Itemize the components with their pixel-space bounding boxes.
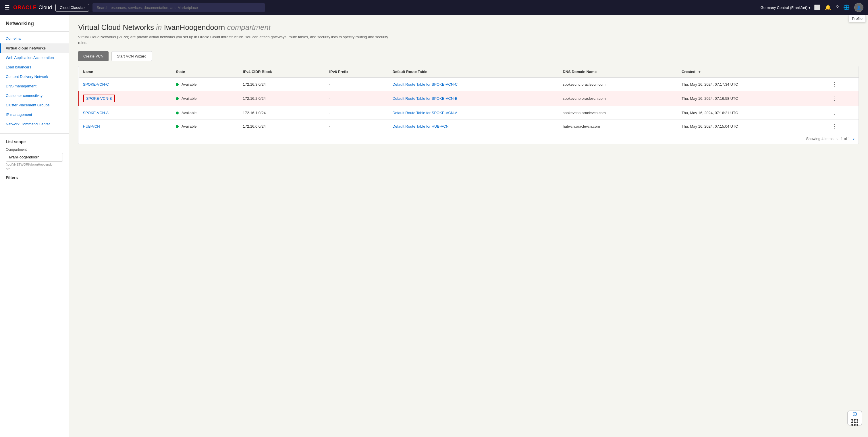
- vcn-name-link[interactable]: SPOKE-VCN-A: [83, 111, 109, 115]
- sidebar-item-dns-management[interactable]: DNS management: [0, 81, 69, 91]
- vcn-created-cell: Thu, May 16, 2024, 07:16:21 UTC: [678, 106, 828, 120]
- table-row: SPOKE-VCN-A Available 172.16.1.0/24 - De…: [79, 106, 859, 120]
- vcn-name-cell: HUB-VCN: [79, 120, 172, 133]
- col-actions: [828, 66, 859, 78]
- row-actions-menu[interactable]: ⋮: [832, 123, 837, 129]
- sidebar-item-web-application-acceleration[interactable]: Web Application Acceleration: [0, 53, 69, 62]
- page-title-compartment-name: IwanHoogendoorn: [164, 23, 225, 32]
- vcn-name-cell: SPOKE-VCN-C: [79, 78, 172, 91]
- help-icon[interactable]: ?: [836, 5, 839, 11]
- vcn-table-container: Name State IPv4 CIDR Block IPv6 Prefix D…: [78, 66, 859, 144]
- bell-icon[interactable]: 🔔: [825, 4, 831, 11]
- col-route-table: Default Route Table: [388, 66, 559, 78]
- sidebar-item-customer-connectivity[interactable]: Customer connectivity: [0, 91, 69, 100]
- vcn-route-table-cell: Default Route Table for SPOKE-VCN-B: [388, 91, 559, 106]
- vcn-ipv4-cell: 172.16.2.0/24: [239, 91, 326, 106]
- avatar[interactable]: 👤: [854, 3, 863, 12]
- status-text: Available: [182, 82, 197, 87]
- vcn-state-cell: Available: [172, 78, 239, 91]
- row-actions-menu[interactable]: ⋮: [832, 81, 837, 87]
- sidebar-item-cluster-placement-groups[interactable]: Cluster Placement Groups: [0, 100, 69, 110]
- sidebar-item-load-balancers[interactable]: Load balancers: [0, 62, 69, 72]
- region-label: Germany Central (Frankfurt): [761, 5, 807, 10]
- region-selector[interactable]: Germany Central (Frankfurt) ▾: [761, 5, 811, 10]
- layout: Networking Overview Virtual cloud networ…: [0, 15, 868, 437]
- sidebar-item-overview[interactable]: Overview: [0, 34, 69, 43]
- prev-page-button[interactable]: ‹: [836, 136, 838, 141]
- sidebar-item-content-delivery-network[interactable]: Content Delivery Network: [0, 72, 69, 81]
- vcn-ipv6-cell: -: [325, 91, 388, 106]
- search-input[interactable]: [92, 3, 265, 12]
- sidebar-item-network-command-center[interactable]: Network Command Center: [0, 119, 69, 129]
- vcn-created-cell: Thu, May 16, 2024, 07:16:58 UTC: [678, 91, 828, 106]
- col-ipv4: IPv4 CIDR Block: [239, 66, 326, 78]
- vcn-menu-cell: ⋮: [828, 91, 859, 106]
- vcn-ipv6-cell: -: [325, 120, 388, 133]
- vcn-created-cell: Thu, May 16, 2024, 07:15:04 UTC: [678, 120, 828, 133]
- sidebar-item-ip-management[interactable]: IP management: [0, 110, 69, 119]
- vcn-dns-cell: spokevcna.oraclevcn.com: [559, 106, 678, 120]
- table-row: HUB-VCN Available 172.16.0.0/24 - Defaul…: [79, 120, 859, 133]
- vcn-name-cell: SPOKE-VCN-A: [79, 106, 172, 120]
- col-created[interactable]: Created ▼: [678, 66, 828, 78]
- route-table-link[interactable]: Default Route Table for SPOKE-VCN-A: [392, 111, 457, 115]
- status-text: Available: [182, 111, 197, 115]
- vcn-route-table-cell: Default Route Table for SPOKE-VCN-A: [388, 106, 559, 120]
- top-nav: ☰ ORACLE Cloud Cloud Classic › Germany C…: [0, 0, 868, 15]
- col-dns: DNS Domain Name: [559, 66, 678, 78]
- showing-count: Showing 4 items: [806, 137, 833, 141]
- table-row: SPOKE-VCN-B Available 172.16.2.0/24 - De…: [79, 91, 859, 106]
- globe-icon[interactable]: 🌐: [843, 4, 849, 11]
- sidebar-nav: Overview Virtual cloud networks Web Appl…: [0, 34, 69, 129]
- help-button[interactable]: ⊙: [847, 411, 862, 426]
- vcn-route-table-cell: Default Route Table for SPOKE-VCN-C: [388, 78, 559, 91]
- vcn-menu-cell: ⋮: [828, 120, 859, 133]
- terminal-icon[interactable]: ⬜: [814, 4, 820, 11]
- start-vcn-wizard-button[interactable]: Start VCN Wizard: [112, 51, 152, 61]
- vcn-created-cell: Thu, May 16, 2024, 07:17:34 UTC: [678, 78, 828, 91]
- nav-icons: ⬜ 🔔 ? 🌐 👤: [814, 3, 863, 12]
- compartment-label: Compartment: [6, 147, 63, 151]
- row-actions-menu[interactable]: ⋮: [832, 96, 837, 101]
- vcn-ipv6-cell: -: [325, 78, 388, 91]
- page-description: Virtual Cloud Networks (VCNs) are privat…: [78, 34, 394, 46]
- main-content: Virtual Cloud Networks in IwanHoogendoor…: [69, 15, 868, 437]
- sidebar-item-virtual-cloud-networks[interactable]: Virtual cloud networks: [0, 43, 69, 53]
- status-text: Available: [182, 124, 197, 128]
- route-table-link[interactable]: Default Route Table for SPOKE-VCN-C: [392, 82, 458, 87]
- vcn-menu-cell: ⋮: [828, 78, 859, 91]
- compartment-select[interactable]: IwanHoogendoorn: [6, 153, 63, 162]
- vcn-name-link[interactable]: HUB-VCN: [83, 124, 100, 128]
- vcn-dns-cell: spokevcnb.oraclevcn.com: [559, 91, 678, 106]
- col-ipv6: IPv6 Prefix: [325, 66, 388, 78]
- filters-label: Filters: [6, 175, 63, 180]
- vcn-name-link[interactable]: SPOKE-VCN-B: [83, 95, 115, 103]
- route-table-link[interactable]: Default Route Table for HUB-VCN: [392, 124, 448, 128]
- vcn-state-cell: Available: [172, 120, 239, 133]
- table-row: SPOKE-VCN-C Available 172.16.3.0/24 - De…: [79, 78, 859, 91]
- compartment-path2: orn: [6, 167, 63, 171]
- sidebar: Networking Overview Virtual cloud networ…: [0, 15, 69, 437]
- next-page-button[interactable]: ›: [853, 136, 855, 141]
- list-scope: List scope Compartment IwanHoogendoorn (…: [0, 134, 69, 186]
- cloud-text: Cloud: [38, 5, 52, 11]
- chevron-down-icon: ▾: [809, 5, 811, 10]
- row-actions-menu[interactable]: ⋮: [832, 110, 837, 116]
- status-indicator: [176, 97, 179, 100]
- page-title: Virtual Cloud Networks in IwanHoogendoor…: [78, 23, 859, 32]
- vcn-route-table-cell: Default Route Table for HUB-VCN: [388, 120, 559, 133]
- hamburger-icon[interactable]: ☰: [5, 4, 10, 11]
- page-title-vcn: Virtual Cloud Networks: [78, 23, 154, 32]
- status-indicator: [176, 83, 179, 86]
- oracle-logo: ORACLE Cloud: [13, 5, 52, 11]
- list-scope-title: List scope: [6, 140, 63, 144]
- route-table-link[interactable]: Default Route Table for SPOKE-VCN-B: [392, 96, 457, 100]
- sidebar-title: Networking: [0, 21, 69, 32]
- status-indicator: [176, 112, 179, 114]
- vcn-ipv6-cell: -: [325, 106, 388, 120]
- pagination: Showing 4 items ‹ 1 of 1 ›: [79, 133, 859, 144]
- cloud-classic-button[interactable]: Cloud Classic ›: [56, 4, 89, 11]
- oracle-text: ORACLE: [13, 5, 37, 11]
- create-vcn-button[interactable]: Create VCN: [78, 51, 108, 61]
- vcn-name-link[interactable]: SPOKE-VCN-C: [83, 82, 109, 87]
